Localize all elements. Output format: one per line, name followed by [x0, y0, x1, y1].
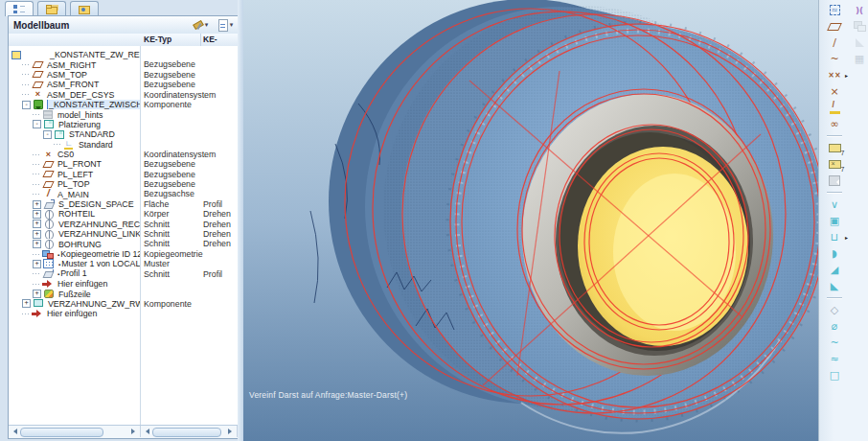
collapse-icon[interactable]: -: [33, 120, 41, 128]
collapse-icon[interactable]: -: [22, 101, 31, 109]
surface-fill-tool[interactable]: ◇: [825, 302, 844, 318]
tree-item-label[interactable]: Hier einfügen: [57, 279, 108, 289]
hints-icon: [42, 109, 55, 119]
column-header-type[interactable]: KE-Typ: [144, 35, 171, 44]
expand-icon[interactable]: +: [33, 290, 41, 298]
tree-item-type: Komponente: [144, 100, 192, 109]
flyout-arrow-icon[interactable]: ▸: [845, 72, 848, 79]
surface-icon: [43, 199, 56, 209]
datum-tag-display-toggle[interactable]: [825, 140, 844, 156]
revolve-tool[interactable]: ⌀: [825, 318, 844, 335]
expand-icon[interactable]: +: [33, 200, 41, 209]
folder-browser-tab[interactable]: [37, 1, 66, 16]
tree-item-label[interactable]: ASM_DEF_CSYS: [46, 90, 115, 100]
csys-tag-display-toggle[interactable]: [825, 156, 844, 173]
tree-filters-button[interactable]: ▾: [188, 18, 213, 33]
expand-icon[interactable]: +: [33, 210, 41, 219]
sweep-tool[interactable]: ~: [825, 335, 844, 351]
blend-tool[interactable]: ≈: [825, 351, 844, 367]
tree-item-type: Schnitt: [144, 229, 170, 239]
scrollbar-thumb[interactable]: [152, 428, 221, 437]
sketch-tool[interactable]: [825, 100, 844, 116]
tree-item-type: Bezugsachse: [144, 189, 194, 198]
chain-tool[interactable]: ∞: [825, 116, 844, 132]
tree-item-label[interactable]: ASM_RIGHT: [46, 60, 97, 70]
tree-item-label[interactable]: PL_TOP: [57, 179, 91, 189]
tree-item-label[interactable]: PL_FRONT: [57, 159, 103, 169]
tree-item-label[interactable]: _KONSTANTE_ZW_REF.ASM: [49, 50, 140, 59]
note-display-toggle[interactable]: [825, 173, 844, 189]
model-tree-tab[interactable]: [5, 1, 34, 16]
axis-icon: [42, 189, 55, 198]
revolve-icon: [43, 229, 56, 239]
tree-item-label[interactable]: VERZAHNUNG_ZW_RW_RAD1.PRT: [47, 299, 140, 309]
datum-curve-tool[interactable]: ~: [825, 51, 844, 67]
expand-icon[interactable]: +: [33, 230, 41, 239]
tree-item-label[interactable]: VERZAHNUNG_LINKS: [57, 229, 140, 239]
tree-row: -_KONSTANTE_ZWISCHENWELLEKomponente: [9, 100, 238, 109]
tree-item-label[interactable]: ASM_FRONT: [46, 80, 100, 89]
tree-item-label[interactable]: Muster 1 von LOCAL_GROUP: [57, 259, 140, 268]
expand-icon[interactable]: +: [33, 240, 41, 248]
tree-item-label[interactable]: Standard: [78, 140, 114, 150]
tree-item-label[interactable]: ROHTEIL: [57, 209, 96, 219]
3d-viewport[interactable]: [243, 0, 818, 441]
tree-item-label[interactable]: Kopiegeometrie ID 1241: [57, 249, 140, 259]
chain-tool-icon: ∞: [830, 117, 838, 132]
tree-pane-divider[interactable]: [140, 46, 141, 425]
csys-tag-display-toggle-icon: [829, 160, 841, 169]
tree-item-label[interactable]: model_hints: [57, 110, 103, 120]
tree-item-type: Kopiegeometrie: [144, 249, 203, 259]
expand-icon[interactable]: +: [22, 299, 31, 308]
tree-item-label[interactable]: Platzierung: [57, 120, 102, 129]
revolve-icon: [43, 239, 56, 248]
csys-icon: [42, 150, 55, 159]
flyout-arrow-icon[interactable]: ▸: [845, 234, 848, 241]
collapse-icon[interactable]: -: [43, 130, 52, 139]
style-tool[interactable]: ≈: [825, 2, 844, 18]
tree-item-label[interactable]: STANDARD: [68, 129, 116, 139]
scroll-right-icon[interactable]: [228, 429, 235, 434]
expand-icon[interactable]: +: [33, 260, 41, 268]
tree-item-label[interactable]: Profil 1: [57, 269, 88, 279]
name-column-scrollbar[interactable]: [9, 426, 141, 437]
tree-item-label[interactable]: BOHRUNG: [57, 240, 103, 249]
datum-plane-tool[interactable]: [825, 18, 844, 35]
tree-item-label[interactable]: Hier einfügen: [46, 309, 98, 318]
round-tool[interactable]: ◗: [825, 245, 844, 262]
datum-csys-tool[interactable]: ×: [825, 83, 844, 100]
toolbar-divider: [827, 297, 842, 299]
datum-axis-tool[interactable]: /: [825, 35, 844, 51]
scrollbar-thumb[interactable]: [20, 428, 103, 437]
column-divider: [200, 34, 201, 46]
favorites-tab[interactable]: [70, 1, 99, 16]
tree-item-label[interactable]: CS0: [57, 150, 75, 159]
scroll-left-icon[interactable]: [143, 429, 149, 434]
application-window: { "left_panel": { "tabs": [ {"name": "mo…: [0, 0, 868, 441]
simplified-rep-message: Vereinf Darst auf Anfrage:Master-Darst(+…: [249, 390, 407, 400]
tree-row: A_MAINBezugsachse: [9, 189, 238, 198]
datum-point-tool[interactable]: ××▸: [825, 67, 844, 83]
tree-item-label[interactable]: VERZAHNUNG_RECHTS: [57, 220, 140, 229]
rib-tool[interactable]: ◣: [825, 278, 844, 294]
tree-item-type: Bezugsebene: [144, 179, 195, 189]
tree-item-label[interactable]: S_DESIGN_SPACE: [57, 199, 135, 209]
shell-tool[interactable]: ▣: [825, 213, 844, 229]
chamfer-tool[interactable]: ◢: [825, 262, 844, 278]
boundary-blend-tool[interactable]: □: [825, 367, 844, 383]
scroll-right-icon[interactable]: [131, 429, 138, 434]
assembly-icon: [11, 50, 24, 59]
tree-item-label[interactable]: Fußzeile: [57, 290, 92, 299]
tree-item-label[interactable]: PL_LEFT: [57, 170, 94, 179]
tree-item-label[interactable]: A_MAIN: [57, 190, 90, 199]
tree-item-label[interactable]: _KONSTANTE_ZWISCHENWELLE: [47, 100, 140, 109]
scroll-left-icon[interactable]: [11, 429, 17, 434]
tree-columns-button[interactable]: ▾: [213, 18, 238, 33]
tree-connector: [22, 313, 30, 314]
tree-item-label[interactable]: ASM_TOP: [46, 70, 88, 80]
mirror-tool[interactable]: )(: [851, 2, 868, 18]
extrude-tool[interactable]: ⊔▸: [825, 229, 844, 245]
type-column-scrollbar[interactable]: [141, 426, 238, 437]
expand-icon[interactable]: +: [33, 220, 41, 228]
hole-tool[interactable]: ∨: [825, 197, 844, 213]
